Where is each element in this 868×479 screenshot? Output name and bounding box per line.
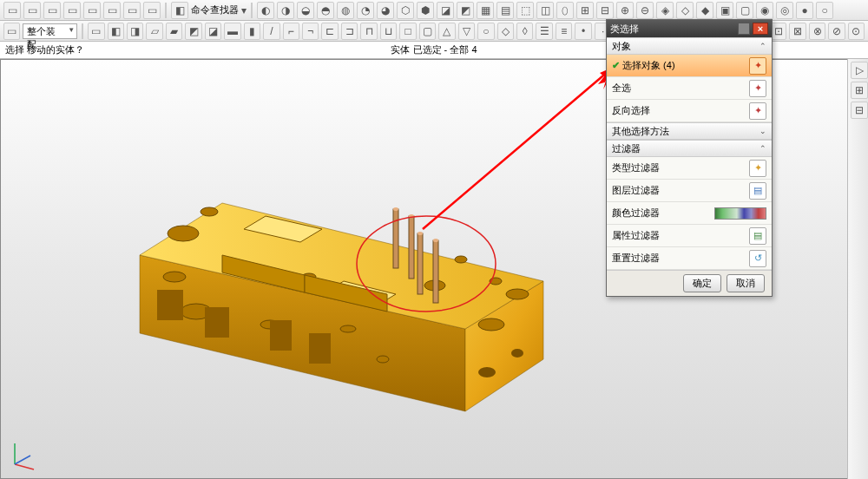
tool-btn[interactable]: ▢: [736, 2, 753, 19]
tool-btn[interactable]: ▣: [716, 2, 733, 19]
type-filter-icon[interactable]: ✦: [749, 160, 766, 177]
tool-btn[interactable]: □: [399, 23, 416, 40]
select-all-icon[interactable]: ✦: [749, 80, 766, 97]
tool-btn[interactable]: ▭: [3, 23, 20, 40]
layer-filter-icon[interactable]: ▤: [749, 182, 766, 200]
tool-btn[interactable]: ▤: [496, 2, 514, 19]
tool-btn[interactable]: ◎: [776, 2, 793, 19]
tool-btn[interactable]: ◩: [457, 2, 474, 19]
tool-btn[interactable]: ◧: [108, 23, 124, 40]
row-color-filter[interactable]: 颜色过滤器: [607, 202, 772, 225]
tool-btn[interactable]: •: [575, 23, 591, 40]
cancel-button[interactable]: 取消: [727, 274, 765, 292]
tool-btn[interactable]: ◧: [171, 2, 188, 19]
panel-titlebar[interactable]: 类选择 ×: [607, 20, 772, 37]
row-layer-filter[interactable]: 图层过滤器 ▤: [607, 180, 772, 202]
section-other-header[interactable]: 其他选择方法 ⌄: [607, 122, 772, 140]
tool-btn[interactable]: ▬: [224, 23, 240, 40]
tool-btn[interactable]: ◒: [297, 2, 314, 19]
tool-btn[interactable]: ●: [796, 2, 813, 19]
tool-btn[interactable]: ⊠: [789, 23, 806, 40]
tool-btn[interactable]: ¬: [302, 23, 319, 40]
invert-icon[interactable]: ✦: [749, 102, 766, 120]
tool-btn[interactable]: ○: [816, 2, 833, 19]
tool-btn[interactable]: ◓: [317, 2, 334, 19]
ok-button[interactable]: 确定: [683, 274, 721, 292]
tool-btn[interactable]: ◑: [277, 2, 294, 19]
tool-btn[interactable]: ▭: [63, 2, 81, 19]
tool-btn[interactable]: ⊗: [809, 23, 825, 40]
tool-btn[interactable]: ◈: [656, 2, 674, 19]
reset-filter-icon[interactable]: ↺: [749, 250, 766, 267]
attr-filter-icon[interactable]: ▤: [749, 227, 766, 245]
row-attr-filter[interactable]: 属性过滤器 ▤: [607, 225, 772, 247]
tool-btn[interactable]: ◉: [756, 2, 773, 19]
tool-btn[interactable]: ⊖: [636, 2, 654, 19]
tool-btn[interactable]: ▰: [166, 23, 182, 40]
tool-btn[interactable]: ◐: [257, 2, 274, 19]
tool-btn[interactable]: ▭: [123, 2, 141, 19]
tool-btn[interactable]: ◪: [205, 23, 221, 40]
tool-btn[interactable]: ◊: [516, 23, 533, 40]
section-filter-header[interactable]: 过滤器 ⌃: [607, 140, 772, 157]
tool-btn[interactable]: ▮: [244, 23, 260, 40]
tool-btn[interactable]: ⬚: [516, 2, 534, 19]
panel-close-button[interactable]: ×: [753, 23, 768, 35]
tool-btn[interactable]: ▭: [103, 2, 121, 19]
tool-btn[interactable]: ☰: [536, 23, 552, 40]
tool-btn[interactable]: ▭: [88, 23, 104, 40]
tool-btn[interactable]: ⊏: [321, 23, 338, 40]
tool-btn[interactable]: ◕: [377, 2, 394, 19]
tool-btn[interactable]: ◆: [696, 2, 713, 19]
tool-btn[interactable]: ⬯: [556, 2, 574, 19]
tool-btn[interactable]: ◫: [536, 2, 554, 19]
row-invert-selection[interactable]: 反向选择 ✦: [607, 100, 772, 122]
toolbar-row-1: for(let i=0;i<8;i++)document.write('<div…: [0, 0, 868, 21]
tool-btn[interactable]: ◩: [185, 23, 201, 40]
tool-btn[interactable]: ▭: [43, 2, 61, 19]
tool-btn[interactable]: ⊔: [380, 23, 397, 40]
tool-btn[interactable]: ▭: [3, 2, 21, 19]
sidebar-btn[interactable]: ▷: [851, 62, 868, 79]
sidebar-btn[interactable]: ⊟: [851, 102, 868, 119]
svg-rect-21: [205, 307, 229, 338]
tool-btn[interactable]: ⊞: [576, 2, 594, 19]
row-reset-filter[interactable]: 重置过滤器 ↺: [607, 247, 772, 270]
tool-btn[interactable]: ⊐: [341, 23, 358, 40]
row-select-all[interactable]: 全选 ✦: [607, 77, 772, 100]
tool-btn[interactable]: ▭: [83, 2, 101, 19]
tool-btn[interactable]: ▦: [477, 2, 494, 19]
tool-btn[interactable]: /: [263, 23, 279, 40]
assembly-dropdown[interactable]: 整个装配: [23, 23, 77, 39]
tool-btn[interactable]: ▢: [419, 23, 436, 40]
tool-btn[interactable]: △: [438, 23, 455, 40]
panel-min-button[interactable]: [738, 23, 750, 35]
tool-btn[interactable]: ◍: [337, 2, 354, 19]
tool-btn[interactable]: ◪: [437, 2, 454, 19]
tool-btn[interactable]: ≡: [556, 23, 572, 40]
tool-btn[interactable]: ⊕: [616, 2, 634, 19]
color-filter-swatch[interactable]: [714, 207, 766, 220]
tool-btn[interactable]: ⊟: [596, 2, 614, 19]
tool-btn[interactable]: ▭: [23, 2, 41, 19]
row-select-objects[interactable]: ✔ 选择对象 (4) ✦: [607, 55, 772, 77]
tool-btn[interactable]: ◨: [127, 23, 143, 40]
svg-point-15: [506, 289, 529, 299]
tool-btn[interactable]: ⊙: [848, 23, 865, 40]
section-objects-header[interactable]: 对象 ⌃: [607, 37, 772, 55]
tool-btn[interactable]: ○: [477, 23, 494, 40]
row-type-filter[interactable]: 类型过滤器 ✦: [607, 157, 772, 180]
tool-btn[interactable]: ⬢: [417, 2, 434, 19]
target-icon[interactable]: ✦: [749, 57, 766, 75]
tool-btn[interactable]: ⊓: [360, 23, 377, 40]
tool-btn[interactable]: ▱: [146, 23, 162, 40]
tool-btn[interactable]: ⬡: [397, 2, 414, 19]
tool-btn[interactable]: ⊘: [828, 23, 845, 40]
tool-btn[interactable]: ⌐: [283, 23, 299, 40]
tool-btn[interactable]: ▭: [143, 2, 161, 19]
tool-btn[interactable]: ◔: [357, 2, 374, 19]
sidebar-btn[interactable]: ⊞: [851, 82, 868, 99]
tool-btn[interactable]: ◇: [497, 23, 514, 40]
tool-btn[interactable]: ◇: [676, 2, 694, 19]
tool-btn[interactable]: ▽: [458, 23, 475, 40]
